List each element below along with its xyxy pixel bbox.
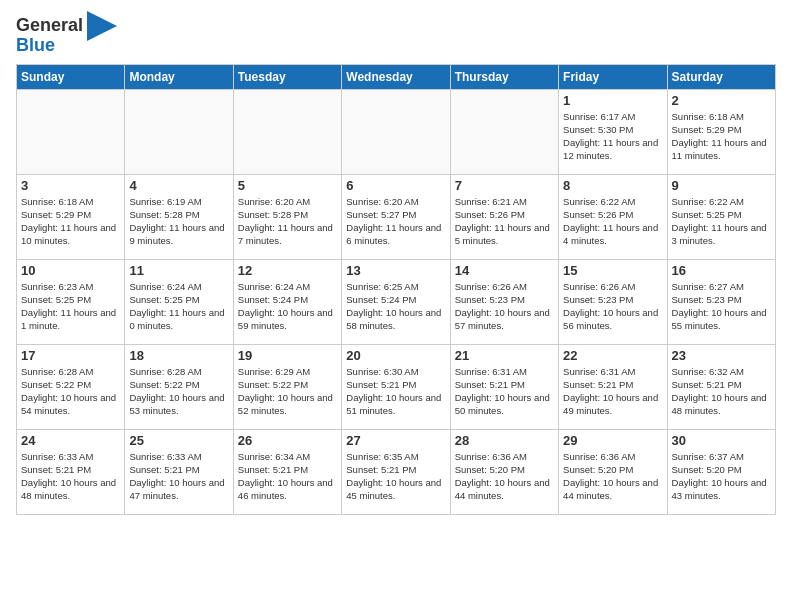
day-number: 4 (129, 178, 228, 193)
day-info: Sunrise: 6:26 AM Sunset: 5:23 PM Dayligh… (455, 280, 554, 333)
logo-text: GeneralBlue (16, 16, 83, 56)
day-info: Sunrise: 6:30 AM Sunset: 5:21 PM Dayligh… (346, 365, 445, 418)
calendar-cell: 16Sunrise: 6:27 AM Sunset: 5:23 PM Dayli… (667, 259, 775, 344)
calendar-cell: 6Sunrise: 6:20 AM Sunset: 5:27 PM Daylig… (342, 174, 450, 259)
calendar-cell: 30Sunrise: 6:37 AM Sunset: 5:20 PM Dayli… (667, 429, 775, 514)
day-number: 19 (238, 348, 337, 363)
day-number: 21 (455, 348, 554, 363)
day-number: 27 (346, 433, 445, 448)
day-info: Sunrise: 6:23 AM Sunset: 5:25 PM Dayligh… (21, 280, 120, 333)
day-number: 13 (346, 263, 445, 278)
day-number: 10 (21, 263, 120, 278)
day-number: 17 (21, 348, 120, 363)
calendar-cell: 29Sunrise: 6:36 AM Sunset: 5:20 PM Dayli… (559, 429, 667, 514)
calendar-cell: 21Sunrise: 6:31 AM Sunset: 5:21 PM Dayli… (450, 344, 558, 429)
day-number: 1 (563, 93, 662, 108)
day-number: 30 (672, 433, 771, 448)
calendar-cell (125, 89, 233, 174)
day-number: 2 (672, 93, 771, 108)
calendar-cell: 5Sunrise: 6:20 AM Sunset: 5:28 PM Daylig… (233, 174, 341, 259)
day-number: 20 (346, 348, 445, 363)
calendar-cell: 28Sunrise: 6:36 AM Sunset: 5:20 PM Dayli… (450, 429, 558, 514)
svg-marker-0 (87, 11, 117, 41)
day-number: 3 (21, 178, 120, 193)
day-info: Sunrise: 6:24 AM Sunset: 5:24 PM Dayligh… (238, 280, 337, 333)
day-info: Sunrise: 6:36 AM Sunset: 5:20 PM Dayligh… (455, 450, 554, 503)
calendar-table: SundayMondayTuesdayWednesdayThursdayFrid… (16, 64, 776, 515)
weekday-header-friday: Friday (559, 64, 667, 89)
day-number: 29 (563, 433, 662, 448)
day-info: Sunrise: 6:19 AM Sunset: 5:28 PM Dayligh… (129, 195, 228, 248)
day-info: Sunrise: 6:33 AM Sunset: 5:21 PM Dayligh… (21, 450, 120, 503)
calendar-cell (342, 89, 450, 174)
day-info: Sunrise: 6:18 AM Sunset: 5:29 PM Dayligh… (21, 195, 120, 248)
day-info: Sunrise: 6:36 AM Sunset: 5:20 PM Dayligh… (563, 450, 662, 503)
logo: GeneralBlue (16, 16, 117, 56)
weekday-header-row: SundayMondayTuesdayWednesdayThursdayFrid… (17, 64, 776, 89)
day-info: Sunrise: 6:21 AM Sunset: 5:26 PM Dayligh… (455, 195, 554, 248)
calendar-cell: 23Sunrise: 6:32 AM Sunset: 5:21 PM Dayli… (667, 344, 775, 429)
weekday-header-sunday: Sunday (17, 64, 125, 89)
calendar-cell (450, 89, 558, 174)
calendar-cell (17, 89, 125, 174)
day-info: Sunrise: 6:18 AM Sunset: 5:29 PM Dayligh… (672, 110, 771, 163)
calendar-cell: 9Sunrise: 6:22 AM Sunset: 5:25 PM Daylig… (667, 174, 775, 259)
week-row-2: 3Sunrise: 6:18 AM Sunset: 5:29 PM Daylig… (17, 174, 776, 259)
weekday-header-tuesday: Tuesday (233, 64, 341, 89)
day-info: Sunrise: 6:26 AM Sunset: 5:23 PM Dayligh… (563, 280, 662, 333)
weekday-header-saturday: Saturday (667, 64, 775, 89)
calendar-cell: 18Sunrise: 6:28 AM Sunset: 5:22 PM Dayli… (125, 344, 233, 429)
day-info: Sunrise: 6:22 AM Sunset: 5:25 PM Dayligh… (672, 195, 771, 248)
day-number: 25 (129, 433, 228, 448)
day-number: 12 (238, 263, 337, 278)
day-number: 15 (563, 263, 662, 278)
calendar-cell: 22Sunrise: 6:31 AM Sunset: 5:21 PM Dayli… (559, 344, 667, 429)
calendar-cell: 25Sunrise: 6:33 AM Sunset: 5:21 PM Dayli… (125, 429, 233, 514)
day-info: Sunrise: 6:35 AM Sunset: 5:21 PM Dayligh… (346, 450, 445, 503)
day-info: Sunrise: 6:28 AM Sunset: 5:22 PM Dayligh… (129, 365, 228, 418)
day-number: 23 (672, 348, 771, 363)
day-number: 16 (672, 263, 771, 278)
page-header: GeneralBlue (16, 16, 776, 56)
calendar-cell: 7Sunrise: 6:21 AM Sunset: 5:26 PM Daylig… (450, 174, 558, 259)
day-info: Sunrise: 6:20 AM Sunset: 5:28 PM Dayligh… (238, 195, 337, 248)
calendar-cell: 17Sunrise: 6:28 AM Sunset: 5:22 PM Dayli… (17, 344, 125, 429)
day-number: 26 (238, 433, 337, 448)
calendar-cell: 13Sunrise: 6:25 AM Sunset: 5:24 PM Dayli… (342, 259, 450, 344)
calendar-cell: 1Sunrise: 6:17 AM Sunset: 5:30 PM Daylig… (559, 89, 667, 174)
calendar-cell: 3Sunrise: 6:18 AM Sunset: 5:29 PM Daylig… (17, 174, 125, 259)
week-row-3: 10Sunrise: 6:23 AM Sunset: 5:25 PM Dayli… (17, 259, 776, 344)
week-row-5: 24Sunrise: 6:33 AM Sunset: 5:21 PM Dayli… (17, 429, 776, 514)
day-number: 6 (346, 178, 445, 193)
logo-icon (87, 11, 117, 51)
calendar-cell: 2Sunrise: 6:18 AM Sunset: 5:29 PM Daylig… (667, 89, 775, 174)
day-number: 28 (455, 433, 554, 448)
day-info: Sunrise: 6:22 AM Sunset: 5:26 PM Dayligh… (563, 195, 662, 248)
calendar-cell (233, 89, 341, 174)
calendar-cell: 20Sunrise: 6:30 AM Sunset: 5:21 PM Dayli… (342, 344, 450, 429)
week-row-1: 1Sunrise: 6:17 AM Sunset: 5:30 PM Daylig… (17, 89, 776, 174)
day-info: Sunrise: 6:20 AM Sunset: 5:27 PM Dayligh… (346, 195, 445, 248)
day-number: 18 (129, 348, 228, 363)
day-info: Sunrise: 6:17 AM Sunset: 5:30 PM Dayligh… (563, 110, 662, 163)
day-number: 9 (672, 178, 771, 193)
day-number: 11 (129, 263, 228, 278)
day-number: 14 (455, 263, 554, 278)
day-number: 24 (21, 433, 120, 448)
calendar-cell: 4Sunrise: 6:19 AM Sunset: 5:28 PM Daylig… (125, 174, 233, 259)
calendar-cell: 27Sunrise: 6:35 AM Sunset: 5:21 PM Dayli… (342, 429, 450, 514)
day-number: 22 (563, 348, 662, 363)
day-info: Sunrise: 6:32 AM Sunset: 5:21 PM Dayligh… (672, 365, 771, 418)
calendar-cell: 10Sunrise: 6:23 AM Sunset: 5:25 PM Dayli… (17, 259, 125, 344)
calendar-cell: 24Sunrise: 6:33 AM Sunset: 5:21 PM Dayli… (17, 429, 125, 514)
calendar-cell: 15Sunrise: 6:26 AM Sunset: 5:23 PM Dayli… (559, 259, 667, 344)
day-info: Sunrise: 6:28 AM Sunset: 5:22 PM Dayligh… (21, 365, 120, 418)
weekday-header-monday: Monday (125, 64, 233, 89)
day-info: Sunrise: 6:34 AM Sunset: 5:21 PM Dayligh… (238, 450, 337, 503)
day-info: Sunrise: 6:27 AM Sunset: 5:23 PM Dayligh… (672, 280, 771, 333)
calendar-cell: 14Sunrise: 6:26 AM Sunset: 5:23 PM Dayli… (450, 259, 558, 344)
day-info: Sunrise: 6:31 AM Sunset: 5:21 PM Dayligh… (563, 365, 662, 418)
calendar-cell: 8Sunrise: 6:22 AM Sunset: 5:26 PM Daylig… (559, 174, 667, 259)
day-info: Sunrise: 6:29 AM Sunset: 5:22 PM Dayligh… (238, 365, 337, 418)
week-row-4: 17Sunrise: 6:28 AM Sunset: 5:22 PM Dayli… (17, 344, 776, 429)
